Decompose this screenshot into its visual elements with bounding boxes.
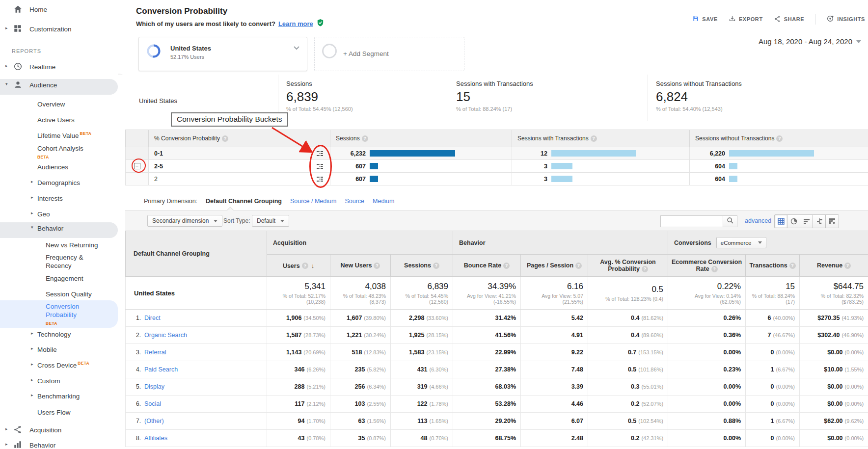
chevron-right-icon[interactable]: ▸ bbox=[31, 195, 33, 200]
chevron-down-icon[interactable]: ▾ bbox=[31, 225, 33, 230]
date-range-selector[interactable]: Aug 18, 2020 - Aug 24, 2020 bbox=[759, 37, 861, 46]
channel-link[interactable]: Referral bbox=[144, 349, 166, 356]
chevron-down-icon[interactable]: ▾ bbox=[5, 81, 8, 86]
help-icon[interactable]: ? bbox=[302, 263, 308, 269]
ecommerce-select[interactable]: eCommerce bbox=[716, 237, 767, 248]
chevron-right-icon[interactable]: ▸ bbox=[31, 377, 33, 382]
bucket-drilldown-icon[interactable] bbox=[316, 163, 324, 171]
export-button[interactable]: EXPORT bbox=[729, 15, 763, 24]
buckets-col-conversion-probability[interactable]: % Conversion Probability? bbox=[149, 130, 330, 147]
sidebar-item-conversion-probability[interactable]: Conversion ProbabilityBETA bbox=[0, 300, 118, 328]
sidebar-item-audience[interactable]: ▾Audience bbox=[0, 79, 118, 95]
help-icon[interactable]: ? bbox=[433, 263, 439, 269]
channel-link[interactable]: Affiliates bbox=[144, 435, 167, 442]
channel-link[interactable]: Social bbox=[144, 400, 161, 407]
sidebar-item-cross-device[interactable]: ▸Cross DeviceBETA bbox=[0, 359, 118, 372]
sidebar-item-audiences[interactable]: Audiences bbox=[0, 161, 118, 174]
sidebar-item-session-quality[interactable]: Session Quality bbox=[0, 288, 118, 301]
column-header-ecommerce-conversion-rate[interactable]: Ecommerce Conversion Rate? bbox=[668, 255, 746, 277]
sort-type-button[interactable]: Default bbox=[252, 215, 289, 227]
insights-button[interactable]: INSIGHTS bbox=[826, 15, 865, 24]
chevron-right-icon[interactable]: ▸ bbox=[5, 442, 8, 447]
column-header-new-users[interactable]: New Users? bbox=[330, 255, 391, 277]
sidebar-item-overview[interactable]: Overview bbox=[0, 98, 118, 111]
dimension-link-source[interactable]: Source bbox=[345, 198, 364, 205]
primary-dimension-selected[interactable]: Default Channel Grouping bbox=[206, 198, 282, 205]
chevron-right-icon[interactable]: ▸ bbox=[5, 26, 8, 30]
comparison-view-icon[interactable] bbox=[813, 215, 826, 228]
chevron-right-icon[interactable]: ▸ bbox=[31, 179, 33, 184]
dimension-link-medium[interactable]: Medium bbox=[373, 198, 394, 205]
segment-card-united-states[interactable]: United States 52.17% Users bbox=[138, 37, 307, 71]
channel-link[interactable]: Display bbox=[144, 383, 164, 390]
sidebar-item-behavior[interactable]: ▾Behavior bbox=[0, 222, 118, 238]
collapse-bucket-button[interactable]: − bbox=[134, 163, 140, 169]
sidebar-item-cohort-analysis[interactable]: Cohort AnalysisBETA bbox=[0, 142, 118, 159]
bucket-drilldown-icon[interactable] bbox=[316, 150, 324, 158]
channel-link[interactable]: (Other) bbox=[144, 418, 164, 424]
chevron-right-icon[interactable]: ▸ bbox=[31, 393, 33, 397]
buckets-col-sessions-with-transactions[interactable]: Sessions with Transactions? bbox=[512, 130, 690, 147]
percentage-view-icon[interactable] bbox=[787, 215, 800, 228]
help-icon[interactable]: ? bbox=[362, 135, 368, 142]
secondary-dimension-button[interactable]: Secondary dimension bbox=[147, 215, 222, 227]
column-header-avg-conversion-probability[interactable]: Avg. % Conversion Probability? bbox=[588, 255, 668, 277]
chevron-right-icon[interactable]: ▸ bbox=[5, 426, 8, 431]
pivot-view-icon[interactable] bbox=[826, 215, 839, 228]
help-icon[interactable]: ? bbox=[591, 135, 597, 142]
chevron-right-icon[interactable]: ▸ bbox=[31, 331, 33, 336]
sidebar-item-frequency-recency[interactable]: Frequency & Recency bbox=[0, 251, 118, 271]
column-header-bounce-rate[interactable]: Bounce Rate? bbox=[453, 255, 521, 277]
help-icon[interactable]: ? bbox=[222, 135, 228, 142]
help-icon[interactable]: ? bbox=[642, 266, 648, 272]
table-view-icon[interactable] bbox=[775, 215, 787, 228]
help-icon[interactable]: ? bbox=[844, 263, 851, 269]
column-header-transactions[interactable]: Transactions? bbox=[746, 255, 800, 277]
channel-link[interactable]: Paid Search bbox=[144, 366, 178, 373]
sidebar-item-lifetime-value[interactable]: Lifetime ValueBETA bbox=[0, 130, 118, 142]
search-button[interactable] bbox=[723, 215, 737, 227]
help-icon[interactable]: ? bbox=[374, 263, 380, 269]
sidebar-item-custom[interactable]: ▸Custom bbox=[0, 375, 118, 388]
share-button[interactable]: SHARE bbox=[774, 15, 805, 24]
help-icon[interactable]: ? bbox=[575, 263, 582, 269]
dimension-column-header[interactable]: Default Channel Grouping bbox=[126, 231, 267, 277]
sort-descending-icon[interactable]: ↓ bbox=[311, 262, 315, 269]
sidebar-item-realtime[interactable]: ▸Realtime bbox=[0, 61, 118, 74]
help-icon[interactable]: ? bbox=[503, 263, 510, 269]
help-icon[interactable]: ? bbox=[789, 263, 796, 269]
dimension-link-source-medium[interactable]: Source / Medium bbox=[290, 198, 336, 205]
sidebar-item-customization[interactable]: ▸Customization bbox=[0, 23, 118, 36]
sidebar-item-engagement[interactable]: Engagement bbox=[0, 272, 118, 285]
chevron-right-icon[interactable]: ▸ bbox=[5, 63, 8, 68]
sidebar-item-benchmarking[interactable]: ▸Benchmarking bbox=[0, 390, 118, 403]
bucket-drilldown-icon[interactable] bbox=[316, 176, 324, 184]
segment-chevron-down-icon[interactable] bbox=[293, 43, 300, 52]
learn-more-link[interactable]: Learn more bbox=[278, 20, 313, 27]
performance-view-icon[interactable] bbox=[800, 215, 813, 228]
chevron-right-icon[interactable]: ▸ bbox=[31, 346, 33, 351]
chevron-right-icon[interactable]: ▸ bbox=[31, 362, 33, 367]
help-icon[interactable]: ? bbox=[711, 266, 718, 272]
sidebar-item-behavior[interactable]: ▸Behavior bbox=[0, 439, 118, 449]
column-header-pages-session[interactable]: Pages / Session? bbox=[521, 255, 588, 277]
buckets-col-sessions[interactable]: Sessions? bbox=[330, 130, 512, 147]
sidebar-item-active-users[interactable]: Active Users bbox=[0, 114, 118, 127]
sidebar-item-geo[interactable]: ▸Geo bbox=[0, 208, 118, 221]
column-header-users[interactable]: Users?↓ bbox=[267, 255, 330, 277]
sidebar-item-technology[interactable]: ▸Technology bbox=[0, 328, 118, 341]
sidebar-item-new-vs-returning[interactable]: New vs Returning bbox=[0, 239, 118, 252]
save-button[interactable]: SAVE bbox=[692, 15, 718, 23]
column-header-revenue[interactable]: Revenue? bbox=[800, 255, 868, 277]
column-header-sessions[interactable]: Sessions? bbox=[391, 255, 453, 277]
advanced-search-link[interactable]: advanced bbox=[745, 217, 771, 224]
sidebar-item-users-flow[interactable]: Users Flow bbox=[0, 406, 118, 419]
table-search-input[interactable] bbox=[660, 215, 723, 227]
buckets-col-sessions-without-transactions[interactable]: Sessions without Transactions? bbox=[690, 130, 868, 147]
sidebar-item-home[interactable]: Home bbox=[0, 3, 118, 16]
sidebar-item-acquisition[interactable]: ▸Acquisition bbox=[0, 424, 118, 437]
chevron-right-icon[interactable]: ▸ bbox=[31, 211, 33, 215]
channel-link[interactable]: Organic Search bbox=[144, 332, 187, 339]
sidebar-item-demographics[interactable]: ▸Demographics bbox=[0, 177, 118, 189]
help-icon[interactable]: ? bbox=[776, 135, 783, 142]
